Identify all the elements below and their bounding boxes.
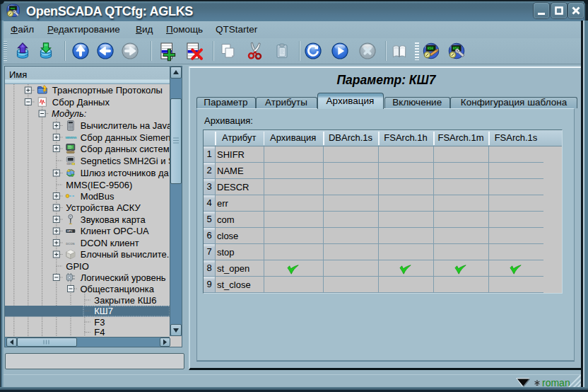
- svg-text:Вычислитель на Java: Вычислитель на Java: [81, 120, 170, 131]
- svg-text:Сбор данных систем: Сбор данных систем: [81, 144, 170, 154]
- svg-text:КШ7: КШ7: [94, 306, 113, 316]
- svg-text:Блочный вычислите.: Блочный вычислите.: [81, 249, 170, 260]
- svg-text:Модуль:: Модуль:: [52, 108, 87, 119]
- svg-text:Логический уровень: Логический уровень: [81, 272, 166, 283]
- svg-text:Segnetics SMH2Gi и S: Segnetics SMH2Gi и S: [81, 156, 170, 166]
- svg-text:Шлюз источников да: Шлюз источников да: [81, 168, 170, 178]
- svg-text:DCON клиент: DCON клиент: [81, 238, 139, 248]
- svg-text:F4: F4: [94, 327, 105, 336]
- svg-text:DCON: DCON: [66, 242, 74, 246]
- svg-text:Закрытие КШ6: Закрытие КШ6: [94, 295, 156, 306]
- svg-text:HSH: HSH: [11, 7, 15, 10]
- svg-text:Устройства АСКУ: Устройства АСКУ: [66, 202, 141, 213]
- svg-text:HSH: HSH: [428, 47, 434, 50]
- svg-text:Общестанционка: Общестанционка: [81, 284, 155, 294]
- svg-text:SIEMENS: SIEMENS: [65, 136, 77, 139]
- svg-text:GPIO: GPIO: [66, 261, 89, 272]
- svg-text:F3: F3: [94, 317, 105, 328]
- svg-text:Сбор Данных: Сбор Данных: [52, 97, 110, 108]
- svg-text:OPC: OPC: [67, 230, 73, 233]
- svg-text:Клиент OPC-UA: Клиент OPC-UA: [81, 226, 149, 236]
- svg-text:Сбор данных Siemen: Сбор данных Siemen: [81, 132, 170, 143]
- svg-text:ModBus: ModBus: [81, 191, 114, 202]
- svg-text:Звуковая карта: Звуковая карта: [81, 214, 146, 225]
- svg-text:Транспортные Протоколы: Транспортные Протоколы: [52, 85, 163, 96]
- svg-text:MMS(IEC-9506): MMS(IEC-9506): [66, 180, 132, 190]
